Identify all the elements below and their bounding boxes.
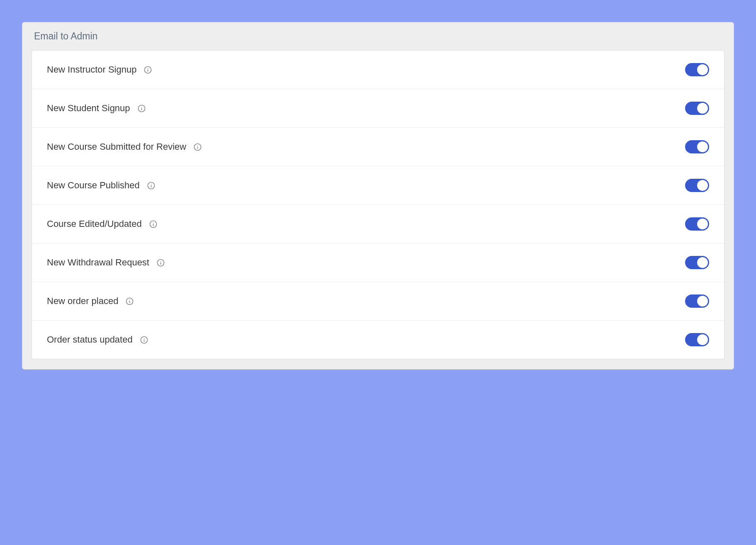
setting-label: New order placed <box>47 296 118 307</box>
row-left: Course Edited/Updated <box>47 219 157 229</box>
svg-point-16 <box>160 261 161 262</box>
setting-label: Order status updated <box>47 334 133 345</box>
toggle-knob <box>697 334 708 345</box>
row-left: New Withdrawal Request <box>47 257 165 268</box>
setting-label: New Instructor Signup <box>47 64 136 75</box>
svg-point-1 <box>148 68 148 69</box>
toggle-knob <box>697 64 708 75</box>
toggle-course-edited[interactable] <box>685 217 709 231</box>
toggle-knob <box>697 103 708 114</box>
info-icon[interactable] <box>138 105 146 112</box>
info-icon[interactable] <box>147 182 155 190</box>
toggle-new-course-published[interactable] <box>685 179 709 192</box>
toggle-new-order-placed[interactable] <box>685 294 709 308</box>
info-icon[interactable] <box>149 220 157 228</box>
info-icon[interactable] <box>157 259 165 267</box>
svg-point-4 <box>141 107 142 107</box>
row-left: New Student Signup <box>47 103 146 114</box>
setting-row-course-edited: Course Edited/Updated <box>32 205 724 243</box>
info-icon[interactable] <box>194 143 202 151</box>
panel-title: Email to Admin <box>34 31 724 42</box>
toggle-new-instructor-signup[interactable] <box>685 63 709 76</box>
settings-list: New Instructor Signup New Student Signup <box>32 50 724 359</box>
toggle-knob <box>697 141 708 152</box>
svg-point-22 <box>143 338 144 339</box>
setting-label: New Course Submitted for Review <box>47 141 186 152</box>
row-left: New order placed <box>47 296 134 307</box>
setting-label: Course Edited/Updated <box>47 219 142 229</box>
setting-label: New Course Published <box>47 180 140 191</box>
setting-row-new-order-placed: New order placed <box>32 282 724 321</box>
info-icon[interactable] <box>144 66 152 74</box>
toggle-new-course-submitted[interactable] <box>685 140 709 153</box>
setting-row-new-course-submitted: New Course Submitted for Review <box>32 128 724 166</box>
row-left: New Course Published <box>47 180 155 191</box>
svg-point-19 <box>129 299 130 300</box>
toggle-knob <box>697 180 708 191</box>
row-left: New Instructor Signup <box>47 64 152 75</box>
setting-row-new-student-signup: New Student Signup <box>32 89 724 128</box>
toggle-new-student-signup[interactable] <box>685 102 709 115</box>
svg-point-10 <box>151 184 152 185</box>
setting-label: New Withdrawal Request <box>47 257 149 268</box>
setting-label: New Student Signup <box>47 103 130 114</box>
toggle-new-withdrawal-request[interactable] <box>685 256 709 269</box>
toggle-order-status-updated[interactable] <box>685 333 709 346</box>
info-icon[interactable] <box>126 297 134 305</box>
toggle-knob <box>697 219 708 229</box>
email-to-admin-panel: Email to Admin New Instructor Signup New… <box>22 22 734 370</box>
svg-point-13 <box>153 222 153 223</box>
svg-point-7 <box>197 145 198 146</box>
setting-row-new-withdrawal-request: New Withdrawal Request <box>32 243 724 282</box>
toggle-knob <box>697 257 708 268</box>
info-icon[interactable] <box>140 336 148 344</box>
toggle-knob <box>697 296 708 307</box>
setting-row-new-course-published: New Course Published <box>32 166 724 205</box>
setting-row-order-status-updated: Order status updated <box>32 321 724 359</box>
row-left: New Course Submitted for Review <box>47 141 202 152</box>
row-left: Order status updated <box>47 334 148 345</box>
setting-row-new-instructor-signup: New Instructor Signup <box>32 51 724 89</box>
